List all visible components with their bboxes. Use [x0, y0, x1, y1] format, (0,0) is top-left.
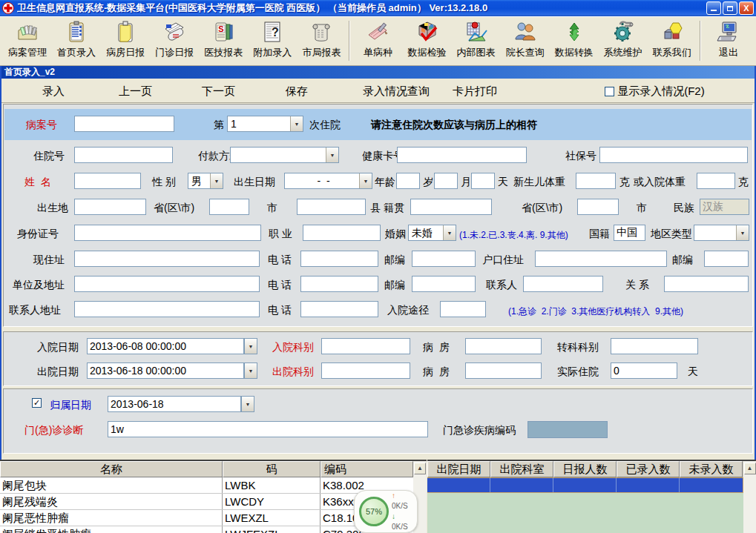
close-button[interactable]: X — [739, 1, 754, 15]
attribution-dropdown-button[interactable]: ▼ — [241, 396, 254, 412]
work-zip-input[interactable] — [412, 276, 476, 292]
col-header-unentered-count[interactable]: 未录入数 — [680, 461, 743, 477]
region-type-select[interactable]: ▼ — [694, 225, 749, 241]
out-date-input[interactable] — [87, 362, 244, 379]
birthplace-city-input[interactable] — [209, 199, 249, 215]
prev-page-button[interactable]: 上一页 — [119, 85, 152, 99]
out-date-dropdown-button[interactable]: ▼ — [244, 362, 257, 379]
scroll-up-icon[interactable]: ▲ — [744, 463, 756, 474]
toolbar-item-data-convert[interactable]: 数据转换 — [550, 19, 599, 64]
table-row[interactable]: 阑尾恶性肿瘤 LWEXZL C18.101 — [0, 510, 413, 526]
col-header-out-date[interactable]: 出院日期 — [427, 461, 490, 477]
toolbar-item-exit[interactable]: 退出 — [704, 19, 753, 64]
cur-phone-input[interactable] — [300, 251, 378, 267]
toolbar-item-system-maintain[interactable]: 系统维护 — [599, 19, 648, 64]
relation-input[interactable] — [664, 276, 749, 292]
in-dept-input[interactable] — [321, 338, 410, 354]
net-speed-widget[interactable]: 57% ↑ 0K/S ↓ 0K/S — [354, 490, 418, 533]
marital-select[interactable]: 未婚▼ — [408, 225, 456, 241]
attribution-date-input[interactable] — [108, 396, 241, 412]
admit-weight-input[interactable] — [697, 173, 735, 189]
admit-path-input[interactable] — [440, 301, 486, 317]
cur-addr-input[interactable] — [74, 251, 260, 267]
toolbar-item-director-query[interactable]: 院长查询 — [501, 19, 550, 64]
minimize-button[interactable] — [706, 1, 721, 15]
nation-input[interactable] — [700, 199, 749, 215]
birth-date-select[interactable]: - -▼ — [284, 173, 372, 189]
out-dept-input[interactable] — [321, 362, 410, 379]
col-header-name[interactable]: 名称 — [0, 461, 223, 477]
attribution-label: 归属日期 — [50, 399, 91, 412]
gender-select[interactable]: 男▼ — [188, 173, 223, 189]
id-no-input[interactable] — [74, 225, 261, 241]
contact-input[interactable] — [523, 276, 603, 292]
col-header-out-dept[interactable]: 出院科室 — [490, 461, 553, 477]
in-date-dropdown-button[interactable]: ▼ — [244, 338, 257, 354]
restore-button[interactable] — [723, 1, 737, 15]
ward1-label: 病 房 — [423, 341, 450, 354]
col-header-icd[interactable]: 编码 — [321, 461, 413, 477]
next-page-button[interactable]: 下一页 — [202, 85, 235, 99]
age-days-input[interactable] — [471, 173, 495, 189]
summary-table-scrollbar[interactable]: ▲ — [743, 460, 756, 533]
entry-button[interactable]: 录入 — [42, 85, 65, 99]
col-header-code[interactable]: 码 — [223, 461, 321, 477]
name-label: 姓 名 — [24, 176, 51, 189]
card-print-button[interactable]: 卡片打印 — [453, 85, 497, 99]
toolbar-item-extra-entry[interactable]: ? 附加录入 — [248, 19, 297, 64]
entry-status-query-button[interactable]: 录入情况查询 — [363, 85, 430, 99]
scroll-up-icon[interactable]: ▲ — [414, 463, 426, 474]
show-status-checkbox[interactable] — [605, 87, 614, 96]
transfer-dept-input[interactable] — [611, 338, 698, 354]
in-date-input[interactable] — [87, 338, 244, 354]
contact-addr-input[interactable] — [74, 301, 260, 317]
toolbar-item-case-management[interactable]: 病案管理 — [3, 19, 52, 64]
selected-summary-row[interactable] — [427, 477, 743, 493]
toolbar-item-internal-charts[interactable]: 内部图表 — [452, 19, 501, 64]
cur-zip-input[interactable] — [412, 251, 476, 267]
toolbar-item-medtech-report[interactable]: S 医技报表 — [199, 19, 248, 64]
table-row[interactable]: 阑尾包块 LWBK K38.002 — [0, 477, 413, 494]
save-button[interactable]: 保存 — [286, 85, 308, 99]
actual-stay-input[interactable] — [611, 362, 677, 379]
ward1-input[interactable] — [465, 338, 542, 354]
col-header-daily-count[interactable]: 日报人数 — [553, 461, 617, 477]
admit-count-select[interactable]: 1 ▼ — [227, 116, 303, 132]
diagnosis-input[interactable] — [108, 421, 428, 437]
native-place-input[interactable] — [410, 199, 492, 215]
work-addr-input[interactable] — [74, 276, 260, 292]
toolbar-item-data-check[interactable]: 数据检验 — [403, 19, 452, 64]
table-row[interactable]: 阑尾继发恶性肿瘤 LWJFEXZL C79.306 — [0, 526, 413, 533]
case-no-input[interactable] — [74, 116, 174, 132]
payment-select[interactable]: ▼ — [230, 147, 339, 163]
contact-phone-input[interactable] — [300, 301, 378, 317]
native-city-input[interactable] — [577, 199, 619, 215]
col-header-entered-count[interactable]: 已录入数 — [617, 461, 680, 477]
toolbar-item-ward-daily[interactable]: 病房日报 — [101, 19, 150, 64]
name-input[interactable] — [74, 173, 141, 189]
age-months-input[interactable] — [434, 173, 458, 189]
health-card-input[interactable] — [397, 147, 527, 163]
toolbar-item-single-disease[interactable]: 单病种 — [353, 19, 402, 64]
age-years-input[interactable] — [396, 173, 420, 189]
inpatient-no-input[interactable] — [74, 147, 173, 163]
work-phone-input[interactable] — [300, 276, 378, 292]
newborn-weight-input[interactable] — [576, 173, 616, 189]
occupation-input[interactable] — [303, 225, 381, 241]
ward2-input[interactable] — [465, 362, 542, 379]
chevron-down-icon: ▼ — [290, 116, 303, 131]
nationality-input[interactable] — [614, 225, 645, 241]
reg-addr-input[interactable] — [535, 251, 667, 267]
toolbar-item-city-report[interactable]: 市局报表 — [297, 19, 346, 64]
toolbar-item-contact-us[interactable]: 联系我们 — [648, 19, 697, 64]
show-status-checkbox-group[interactable]: 显示录入情况(F2) — [605, 85, 705, 99]
birthplace-input[interactable] — [74, 199, 146, 215]
social-no-input[interactable] — [599, 147, 748, 163]
admit-path-label: 入院途径 — [387, 304, 429, 317]
toolbar-item-outpatient-daily[interactable]: 门诊日报 — [150, 19, 199, 64]
birthplace-county-input[interactable] — [297, 199, 366, 215]
toolbar-item-front-page-entry[interactable]: 首页录入 — [52, 19, 101, 64]
table-row[interactable]: 阑尾残端炎 LWCDY K36xx04 — [0, 494, 413, 510]
attribution-checkbox[interactable]: ✓ — [32, 398, 42, 408]
reg-zip-input[interactable] — [704, 251, 749, 267]
